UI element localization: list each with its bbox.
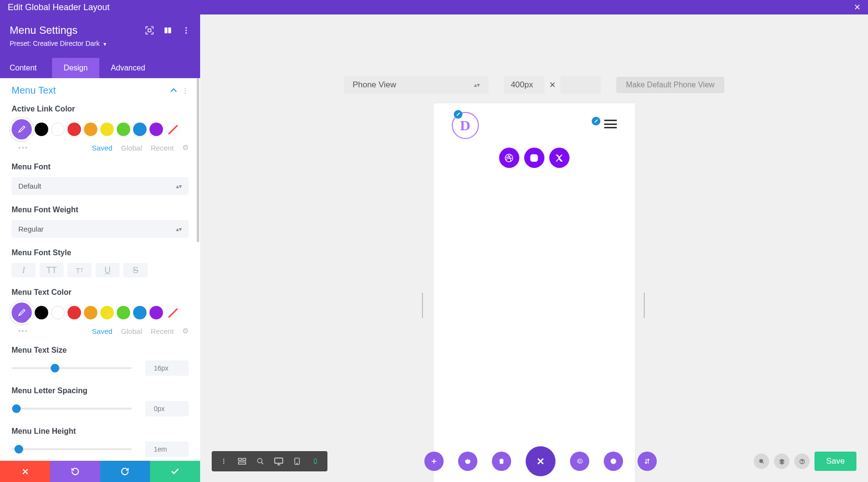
palette-tab-global[interactable]: Global: [121, 144, 142, 152]
add-fab[interactable]: [424, 452, 444, 471]
focus-icon[interactable]: [145, 26, 154, 35]
help-small-fab[interactable]: [794, 454, 810, 469]
color-swatch-green[interactable]: [117, 123, 130, 136]
text-palette-tab-global[interactable]: Global: [121, 327, 142, 335]
line-height-slider[interactable]: [12, 448, 132, 450]
svg-rect-13: [239, 458, 242, 461]
by-separator: ×: [549, 79, 556, 91]
delete-fab[interactable]: [492, 452, 511, 471]
color-swatch-red[interactable]: [68, 123, 81, 136]
toolbar-more-icon[interactable]: [215, 454, 233, 468]
style-strikethrough-button[interactable]: S: [123, 263, 148, 277]
tab-content[interactable]: Content: [0, 58, 52, 78]
letter-spacing-input[interactable]: 0px: [145, 401, 189, 416]
settings-fab[interactable]: [570, 452, 589, 471]
text-palette-gear-icon[interactable]: ⚙: [182, 327, 189, 335]
tablet-icon[interactable]: [288, 454, 306, 468]
device-toolbar: [212, 451, 327, 471]
height-input[interactable]: [560, 76, 601, 94]
svg-point-5: [186, 32, 187, 34]
text-color-swatch-red[interactable]: [68, 306, 81, 319]
color-swatch-none[interactable]: [166, 123, 179, 136]
color-swatch-blue[interactable]: [133, 123, 147, 136]
text-color-swatch-selected[interactable]: [12, 303, 32, 323]
color-swatch-black[interactable]: [35, 123, 48, 136]
resize-handle-left[interactable]: [422, 293, 425, 318]
panel-body[interactable]: Menu Text ⋮ Active Link Color: [0, 78, 200, 461]
palette-tab-recent[interactable]: Recent: [150, 144, 174, 152]
phone-icon[interactable]: [306, 454, 325, 468]
panel-title: Menu Settings: [10, 24, 78, 37]
active-link-color-label: Active Link Color: [12, 105, 189, 113]
save-button[interactable]: Save: [814, 452, 856, 471]
line-height-input[interactable]: 1em: [145, 441, 189, 457]
tab-advanced[interactable]: Advanced: [99, 58, 157, 78]
palette-more-icon[interactable]: •••: [12, 144, 28, 151]
color-swatch-yellow[interactable]: [100, 123, 114, 136]
apply-button[interactable]: [150, 461, 200, 482]
edit-badge-icon[interactable]: [454, 110, 462, 119]
text-color-swatch-none[interactable]: [166, 306, 179, 319]
menu-text-color-label: Menu Text Color: [12, 288, 189, 297]
preset-dropdown[interactable]: Preset: Creative Director Dark ▼: [10, 40, 190, 54]
menu-font-weight-select[interactable]: Regular▴▾: [12, 220, 189, 238]
color-swatch-selected[interactable]: [12, 119, 32, 139]
tab-design[interactable]: Design: [52, 58, 99, 78]
width-input[interactable]: [504, 76, 544, 94]
edit-badge-icon[interactable]: [592, 117, 600, 125]
text-color-swatch-black[interactable]: [35, 306, 48, 319]
desktop-icon[interactable]: [270, 454, 288, 468]
style-underline-button[interactable]: U: [95, 263, 120, 277]
color-swatch-orange[interactable]: [84, 123, 97, 136]
letter-spacing-slider[interactable]: [12, 408, 132, 410]
history-fab[interactable]: [604, 452, 623, 471]
text-palette-tab-recent[interactable]: Recent: [150, 327, 174, 335]
style-uppercase-button[interactable]: TT: [40, 263, 64, 277]
style-italic-button[interactable]: I: [12, 263, 36, 277]
text-color-swatch-green[interactable]: [117, 306, 130, 319]
text-color-swatch-white[interactable]: [51, 306, 65, 319]
text-color-swatch-purple[interactable]: [149, 306, 163, 319]
layers-small-fab[interactable]: [774, 454, 789, 469]
more-icon[interactable]: [182, 26, 190, 35]
text-size-slider[interactable]: [12, 367, 132, 369]
section-more-icon[interactable]: ⋮: [182, 87, 189, 95]
x-twitter-icon[interactable]: [549, 148, 570, 168]
text-color-swatch-yellow[interactable]: [100, 306, 114, 319]
palette-gear-icon[interactable]: ⚙: [182, 143, 189, 152]
undo-button[interactable]: [50, 461, 100, 482]
collapse-icon[interactable]: [170, 87, 177, 94]
zoom-icon[interactable]: [251, 454, 270, 468]
instagram-icon[interactable]: [524, 148, 544, 168]
columns-icon[interactable]: [163, 26, 172, 35]
text-size-input[interactable]: 16px: [145, 360, 189, 376]
discard-button[interactable]: [0, 461, 50, 482]
redo-button[interactable]: [100, 461, 150, 482]
palette-tab-saved[interactable]: Saved: [92, 144, 113, 152]
text-color-swatch-orange[interactable]: [84, 306, 97, 319]
text-palette-tab-saved[interactable]: Saved: [92, 327, 113, 335]
view-select[interactable]: Phone View▴▾: [344, 76, 488, 94]
sort-fab[interactable]: [637, 452, 657, 471]
search-small-fab[interactable]: [754, 454, 769, 469]
dribbble-icon[interactable]: [499, 148, 519, 168]
color-swatch-white[interactable]: [51, 123, 65, 136]
wireframe-icon[interactable]: [233, 454, 251, 468]
resize-handle-right[interactable]: [644, 293, 647, 318]
svg-point-23: [760, 459, 763, 463]
svg-rect-2: [168, 28, 171, 33]
text-palette-more-icon[interactable]: •••: [12, 327, 28, 335]
svg-rect-15: [239, 462, 246, 465]
close-icon[interactable]: ×: [854, 1, 860, 14]
svg-point-8: [532, 156, 535, 159]
power-fab[interactable]: [458, 452, 477, 471]
text-color-swatch-blue[interactable]: [133, 306, 147, 319]
svg-point-9: [536, 155, 537, 156]
scrollbar[interactable]: [197, 78, 199, 242]
color-swatch-purple[interactable]: [149, 123, 163, 136]
hamburger-icon[interactable]: [604, 120, 617, 128]
close-fab[interactable]: [526, 446, 556, 476]
style-smallcaps-button[interactable]: TT: [68, 263, 92, 277]
make-default-button[interactable]: Make Default Phone View: [616, 77, 724, 93]
menu-font-select[interactable]: Default▴▾: [12, 177, 189, 195]
